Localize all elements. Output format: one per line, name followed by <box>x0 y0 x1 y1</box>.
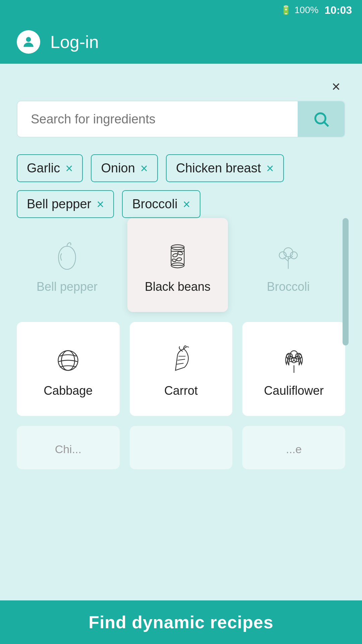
grid-row3: Chi... ...e <box>17 426 345 469</box>
tags-container: Garlic × Onion × Chicken breast × Bell p… <box>17 154 345 218</box>
header-title: Log-in <box>50 32 99 52</box>
tag-bell-pepper-close[interactable]: × <box>97 198 104 211</box>
item-partial-3[interactable]: ...e <box>242 426 345 469</box>
bell-pepper-icon <box>50 239 84 273</box>
carrot-icon <box>164 343 198 377</box>
tag-onion-close[interactable]: × <box>140 162 148 175</box>
cauliflower-icon <box>277 343 311 377</box>
search-button[interactable] <box>298 101 345 137</box>
tag-bell-pepper[interactable]: Bell pepper × <box>17 190 114 218</box>
item-partial-1[interactable]: Chi... <box>17 426 120 469</box>
tag-broccoli[interactable]: Broccoli × <box>122 190 200 218</box>
item-black-beans[interactable]: Black beans <box>127 218 228 312</box>
svg-point-6 <box>172 253 178 258</box>
user-avatar[interactable] <box>17 30 40 54</box>
scrollbar[interactable] <box>343 218 349 345</box>
grid-row1-wrapper: Bell pepper <box>17 218 345 312</box>
tag-chicken-breast[interactable]: Chicken breast × <box>166 154 284 182</box>
cabbage-label: Cabbage <box>44 384 93 398</box>
svg-point-8 <box>176 257 182 261</box>
item-carrot[interactable]: Carrot <box>130 322 233 416</box>
svg-line-12 <box>284 257 289 261</box>
svg-point-1 <box>315 113 325 123</box>
bell-pepper-label: Bell pepper <box>37 280 98 294</box>
broccoli-icon <box>272 239 305 273</box>
grid-row1: Bell pepper <box>17 218 345 312</box>
cabbage-icon <box>51 343 85 377</box>
item-bell-pepper[interactable]: Bell pepper <box>17 218 117 312</box>
svg-line-2 <box>324 122 328 126</box>
partial-label-1: Chi... <box>55 443 81 456</box>
close-button[interactable]: × <box>327 77 345 96</box>
time-display: 10:03 <box>324 4 352 16</box>
item-cauliflower[interactable]: Cauliflower <box>242 322 345 416</box>
user-icon <box>21 35 36 49</box>
partial-label-3: ...e <box>286 443 302 456</box>
item-broccoli[interactable]: Broccoli <box>238 218 339 312</box>
tag-garlic-close[interactable]: × <box>65 162 73 175</box>
black-beans-label: Black beans <box>145 280 210 294</box>
search-icon <box>312 110 330 128</box>
status-icons: 🔋 100% 10:03 <box>281 4 352 16</box>
svg-point-9 <box>172 259 176 262</box>
tag-garlic[interactable]: Garlic × <box>17 154 83 182</box>
black-beans-icon <box>161 239 194 273</box>
search-container <box>17 101 345 138</box>
item-cabbage[interactable]: Cabbage <box>17 322 120 416</box>
battery-icon: 🔋 <box>281 5 291 15</box>
tag-onion[interactable]: Onion × <box>91 154 158 182</box>
grid-row2: Cabbage Carrot <box>17 322 345 416</box>
find-recipes-label: Find dynamic recipes <box>88 612 274 632</box>
item-partial-2[interactable] <box>130 426 233 469</box>
find-recipes-button[interactable]: Find dynamic recipes <box>0 600 362 644</box>
status-bar: 🔋 100% 10:03 <box>0 0 362 20</box>
svg-point-0 <box>26 37 31 42</box>
svg-point-7 <box>177 251 183 256</box>
search-input[interactable] <box>17 101 298 137</box>
app-header: Log-in <box>0 20 362 64</box>
carrot-label: Carrot <box>164 384 198 398</box>
broccoli-label: Broccoli <box>267 280 310 294</box>
tag-broccoli-close[interactable]: × <box>183 198 190 211</box>
battery-text: 100% <box>295 5 319 15</box>
tag-chicken-breast-close[interactable]: × <box>266 162 274 175</box>
main-content: × Garlic × Onion × Chicken breast × Bell… <box>0 64 362 523</box>
cauliflower-label: Cauliflower <box>264 384 324 398</box>
